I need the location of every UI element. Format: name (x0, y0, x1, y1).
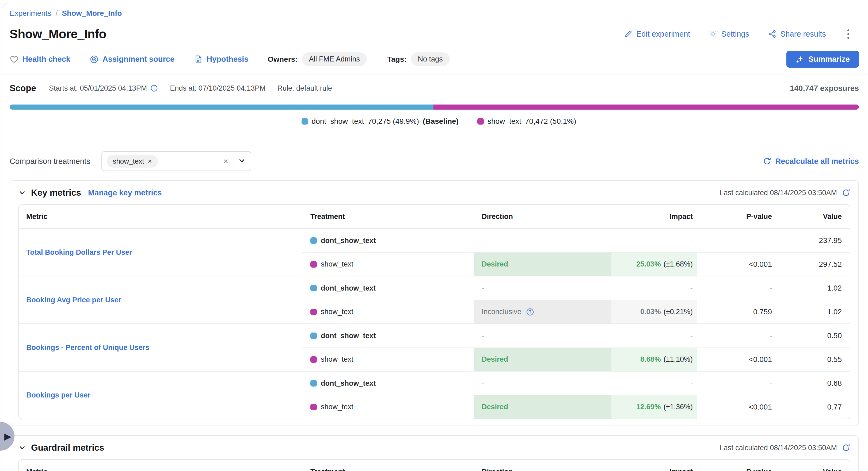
legend-baseline-suffix: (Baseline) (423, 117, 459, 126)
column-direction: Direction (474, 468, 611, 471)
selected-treatment-label: show_text (113, 157, 144, 165)
treatment-name: dont_show_text (321, 332, 376, 340)
comparison-treatments-select[interactable]: show_text × × (101, 151, 251, 171)
key-metrics-title[interactable]: Key metrics (18, 188, 81, 198)
guardrail-title[interactable]: Guardrail metrics (18, 443, 104, 453)
breadcrumb-experiments[interactable]: Experiments (10, 9, 51, 18)
baseline-swatch-icon (310, 237, 317, 244)
owners-label: Owners: (268, 55, 298, 64)
pencil-icon (624, 30, 632, 38)
direction-cell: - (474, 372, 611, 395)
treatment-name: dont_show_text (321, 237, 376, 245)
chevron-down-icon[interactable] (238, 157, 246, 166)
table-header-row: Metric Treatment Direction Impact P-valu… (19, 205, 850, 229)
treatment-swatch-icon (310, 404, 317, 410)
experiment-results-page: Experiments / Show_More_Info Show_More_I… (0, 0, 868, 471)
treatment-name: show_text (321, 403, 353, 411)
tags-chip[interactable]: No tags (411, 53, 450, 66)
share-results-button[interactable]: Share results (768, 30, 826, 38)
treatment-name: show_text (321, 355, 353, 364)
tabs-row: Health check Assignment source Hypothesi… (10, 51, 868, 68)
refresh-icon[interactable] (842, 189, 850, 197)
recalculate-label: Recalculate all metrics (775, 157, 859, 166)
metric-link[interactable]: Total Booking Dollars Per User (26, 248, 132, 257)
impact-cell: 25.03%(±1.68%) (611, 253, 697, 276)
heart-icon (10, 55, 19, 64)
exposure-split-bar (10, 104, 859, 110)
chevron-down-icon (18, 189, 26, 197)
summarize-button[interactable]: Summarize (786, 51, 859, 68)
refresh-icon[interactable] (842, 443, 850, 452)
edit-experiment-button[interactable]: Edit experiment (624, 30, 690, 38)
direction-cell: - (474, 324, 611, 347)
clear-selection-icon[interactable]: × (222, 156, 230, 166)
play-icon: ▶ (4, 431, 11, 442)
pvalue-cell: <0.001 (697, 395, 776, 418)
column-treatment: Treatment (302, 212, 474, 221)
refresh-icon (763, 157, 771, 165)
recalculate-all-metrics-button[interactable]: Recalculate all metrics (763, 157, 859, 166)
comparison-row: Comparison treatments show_text × × Reca… (10, 151, 868, 171)
scope-row: Scope Starts at: 05/01/2025 04:13PM Ends… (10, 83, 868, 93)
owners-group: Owners: All FME Admins (268, 53, 367, 66)
baseline-swatch-icon (310, 380, 317, 386)
treatment-segment (433, 104, 859, 110)
treatment-swatch-icon (310, 261, 317, 268)
metric-link[interactable]: Bookings - Percent of Unique Users (26, 343, 150, 352)
guardrail-last-calculated: Last calculated 08/14/2025 03:50AM (720, 443, 850, 452)
document-icon (194, 55, 203, 64)
question-icon[interactable] (526, 308, 534, 316)
legend-baseline-stats: 70,275 (49.9%) (368, 117, 419, 126)
direction-cell: Desired (474, 395, 611, 418)
value-cell: 0.77 (776, 395, 850, 418)
impact-cell: - (611, 324, 697, 347)
pvalue-cell: - (697, 229, 776, 253)
metric-group: Booking Avg Price per User dont_show_tex… (19, 276, 850, 324)
direction-cell: - (474, 229, 611, 253)
hypothesis-label: Hypothesis (207, 55, 248, 64)
scope-ends-at: Ends at: 07/10/2025 04:13PM (170, 84, 266, 93)
assignment-source-link[interactable]: Assignment source (90, 55, 175, 64)
metric-link[interactable]: Bookings per User (26, 391, 90, 399)
impact-cell: 8.68%(±1.10%) (611, 347, 697, 371)
baseline-swatch-icon (310, 285, 317, 291)
scope-starts-at-text: Starts at: 05/01/2025 04:13PM (49, 84, 147, 93)
column-direction: Direction (474, 212, 611, 221)
health-check-link[interactable]: Health check (10, 55, 70, 64)
selected-treatment-chip[interactable]: show_text × (107, 155, 158, 168)
treatment-swatch-icon (310, 356, 317, 363)
title-actions: Edit experiment Settings Share results (624, 28, 852, 40)
info-icon[interactable] (150, 84, 158, 92)
select-divider (234, 156, 234, 167)
comparison-treatments-label: Comparison treatments (10, 157, 90, 166)
metric-link[interactable]: Booking Avg Price per User (26, 296, 121, 304)
treatment-name: show_text (321, 260, 353, 268)
key-metrics-header: Key metrics Manage key metrics Last calc… (18, 188, 850, 198)
treatment-swatch-icon (310, 309, 317, 315)
column-impact: Impact (611, 212, 697, 221)
guardrail-header: Guardrail metrics Last calculated 08/14/… (18, 443, 850, 453)
column-value: Value (776, 468, 850, 471)
exposures-count: 140,747 exposures (790, 84, 859, 93)
baseline-swatch-icon (310, 333, 317, 339)
chip-remove-icon[interactable]: × (148, 157, 152, 165)
scope-title: Scope (10, 83, 36, 93)
column-value: Value (776, 212, 850, 221)
last-calculated-text: Last calculated 08/14/2025 03:50AM (720, 444, 837, 452)
impact-cell: - (611, 276, 697, 300)
edit-experiment-label: Edit experiment (636, 30, 690, 38)
legend-treatment: show_text 70,472 (50.1%) (477, 117, 576, 126)
direction-cell: Desired (474, 347, 611, 371)
manage-key-metrics-link[interactable]: Manage key metrics (88, 189, 162, 197)
settings-button[interactable]: Settings (709, 30, 749, 38)
hypothesis-link[interactable]: Hypothesis (194, 55, 248, 64)
direction-cell: Inconclusive (474, 300, 611, 324)
pvalue-cell: <0.001 (697, 347, 776, 371)
column-pvalue: P-value (697, 212, 776, 221)
owners-chip[interactable]: All FME Admins (302, 53, 367, 66)
more-options-button[interactable] (845, 28, 852, 40)
breadcrumb-current[interactable]: Show_More_Info (62, 9, 122, 18)
legend-baseline-name: dont_show_text (312, 117, 364, 126)
metric-group: Total Booking Dollars Per User dont_show… (19, 229, 850, 276)
column-treatment: Treatment (302, 468, 474, 471)
